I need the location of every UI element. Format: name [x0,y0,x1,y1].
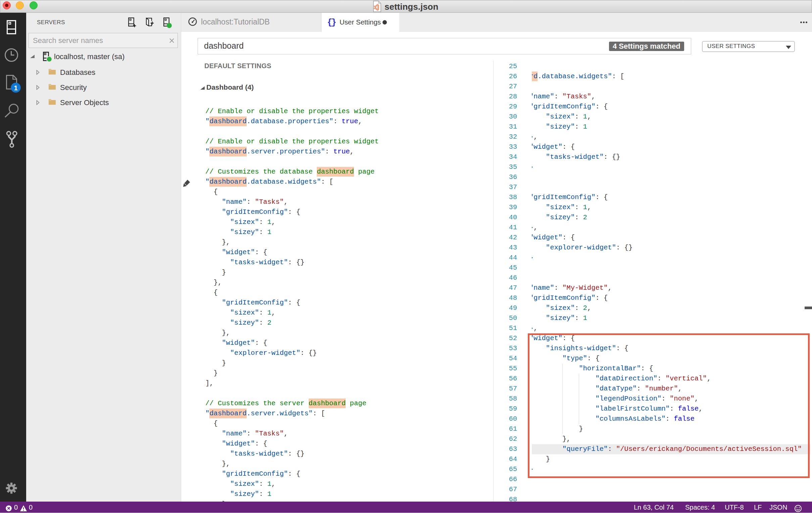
svg-text:1: 1 [14,84,18,92]
